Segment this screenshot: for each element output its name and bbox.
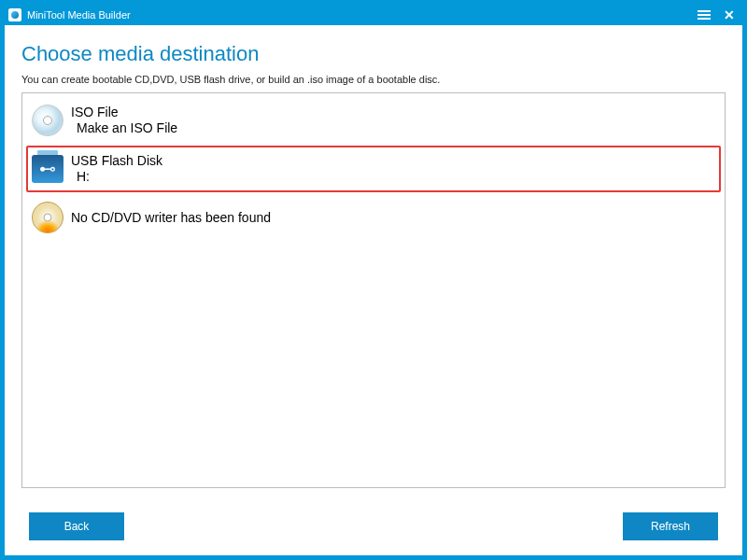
option-usb-title: USB Flash Disk (71, 153, 162, 170)
iso-disc-icon (30, 103, 65, 138)
option-iso[interactable]: ISO File Make an ISO File (26, 97, 721, 144)
usb-drive-icon (30, 151, 65, 187)
option-iso-title: ISO File (71, 105, 177, 121)
page-title: Choose media destination (21, 42, 726, 66)
back-button[interactable]: Back (29, 512, 124, 540)
option-cd[interactable]: No CD/DVD writer has been found (26, 194, 721, 241)
option-usb[interactable]: USB Flash Disk H: (26, 146, 721, 192)
footer: Back Refresh (5, 499, 742, 555)
option-iso-text: ISO File Make an ISO File (71, 105, 177, 137)
app-icon (8, 8, 21, 21)
cd-burn-icon (30, 200, 65, 235)
option-usb-text: USB Flash Disk H: (71, 153, 162, 186)
option-cd-text: No CD/DVD writer has been found (71, 210, 271, 225)
option-iso-subtitle: Make an ISO File (71, 120, 177, 137)
titlebar-actions: ✕ (698, 7, 735, 22)
app-window: MiniTool Media Builder ✕ Choose media de… (0, 0, 747, 560)
menu-icon[interactable] (698, 10, 711, 20)
refresh-button[interactable]: Refresh (623, 512, 718, 540)
app-title: MiniTool Media Builder (27, 9, 698, 21)
content-area: Choose media destination You can create … (5, 25, 742, 499)
page-description: You can create bootable CD,DVD, USB flas… (21, 74, 726, 85)
titlebar: MiniTool Media Builder ✕ (5, 5, 742, 25)
option-usb-subtitle: H: (71, 169, 162, 186)
close-icon[interactable]: ✕ (724, 7, 735, 22)
destination-list: ISO File Make an ISO File USB Flash Disk… (21, 92, 726, 488)
